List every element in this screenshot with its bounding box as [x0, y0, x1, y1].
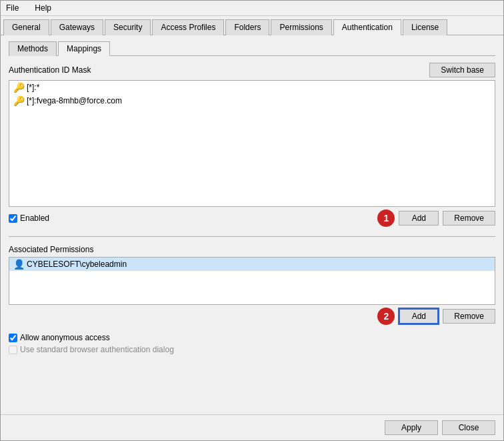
associated-permissions-header: Associated Permissions — [9, 245, 495, 254]
remove-assoc-button[interactable]: Remove — [443, 309, 495, 324]
allow-anonymous-row: Allow anonymous access — [9, 333, 495, 342]
list-item[interactable]: 🔑 [*]:fvega-8mhb@force.com — [9, 94, 495, 107]
bottom-bar: Apply Close — [1, 414, 503, 440]
add-auth-button[interactable]: Add — [399, 211, 439, 226]
allow-anonymous-text: Allow anonymous access — [20, 333, 110, 342]
sub-tab-mappings[interactable]: Mappings — [58, 41, 110, 56]
auth-id-mask-header: Authentication ID Mask Switch base — [9, 63, 495, 77]
tab-permissions[interactable]: Permissions — [271, 19, 331, 35]
badge-1: 1 — [377, 209, 395, 227]
menu-file[interactable]: File — [3, 2, 21, 14]
tab-access-profiles[interactable]: Access Profiles — [152, 19, 224, 35]
auth-id-mask-listbox[interactable]: 🔑 [*]:* 🔑 [*]:fvega-8mhb@force.com — [9, 80, 495, 207]
menu-help[interactable]: Help — [32, 2, 54, 14]
content-area: Methods Mappings Authentication ID Mask … — [1, 35, 503, 414]
auth-controls: 1 Add Remove — [377, 209, 495, 227]
associated-permissions-section: Associated Permissions 👤 CYBELESOFT\cybe… — [9, 245, 495, 325]
list-item[interactable]: 🔑 [*]:* — [9, 81, 495, 94]
sub-tab-bar: Methods Mappings — [9, 41, 495, 56]
associated-permissions-listbox[interactable]: 👤 CYBELESOFT\cybeleadmin — [9, 257, 495, 305]
key-icon-2: 🔑 — [13, 95, 24, 106]
remove-auth-button[interactable]: Remove — [443, 211, 495, 226]
apply-button[interactable]: Apply — [385, 420, 438, 435]
assoc-item-1-text: CYBELESOFT\cybeleadmin — [27, 260, 127, 269]
menu-bar: File Help — [1, 1, 503, 16]
enabled-checkbox-label[interactable]: Enabled — [9, 213, 49, 223]
add-assoc-button[interactable]: Add — [399, 308, 439, 324]
tab-license[interactable]: License — [403, 19, 447, 35]
switch-base-button[interactable]: Switch base — [429, 63, 495, 77]
sub-tab-methods[interactable]: Methods — [9, 41, 57, 56]
tab-general[interactable]: General — [3, 19, 49, 35]
section-divider — [9, 236, 495, 237]
use-standard-browser-label[interactable]: Use standard browser authentication dial… — [9, 345, 495, 354]
tab-folders[interactable]: Folders — [225, 19, 269, 35]
associated-permissions-label: Associated Permissions — [9, 245, 93, 254]
auth-id-mask-section: Authentication ID Mask Switch base 🔑 [*]… — [9, 63, 495, 227]
use-standard-browser-checkbox[interactable] — [9, 346, 17, 354]
allow-anonymous-checkbox[interactable] — [9, 334, 17, 342]
tab-gateways[interactable]: Gateways — [51, 19, 103, 35]
use-standard-browser-text: Use standard browser authentication dial… — [20, 345, 174, 354]
auth-item-2-text: [*]:fvega-8mhb@force.com — [27, 96, 122, 105]
user-icon-1: 👤 — [13, 259, 24, 270]
enabled-row: Enabled 1 Add Remove — [9, 209, 495, 227]
allow-anonymous-label[interactable]: Allow anonymous access — [9, 333, 495, 342]
checkboxes-section: Allow anonymous access Use standard brow… — [9, 333, 495, 354]
close-button[interactable]: Close — [442, 420, 495, 435]
tab-authentication[interactable]: Authentication — [333, 19, 401, 35]
tab-security[interactable]: Security — [105, 19, 151, 35]
assoc-controls: 2 Add Remove — [9, 308, 495, 325]
auth-item-1-text: [*]:* — [27, 83, 39, 92]
key-icon-1: 🔑 — [13, 82, 24, 93]
list-item[interactable]: 👤 CYBELESOFT\cybeleadmin — [9, 258, 495, 271]
enabled-left: Enabled — [9, 213, 49, 223]
auth-id-mask-label: Authentication ID Mask — [9, 65, 91, 75]
main-window: File Help General Gateways Security Acce… — [0, 0, 504, 441]
use-standard-browser-row: Use standard browser authentication dial… — [9, 345, 495, 354]
tab-bar: General Gateways Security Access Profile… — [1, 16, 503, 35]
enabled-label: Enabled — [20, 213, 49, 223]
badge-2: 2 — [377, 308, 395, 325]
enabled-checkbox[interactable] — [9, 214, 17, 223]
